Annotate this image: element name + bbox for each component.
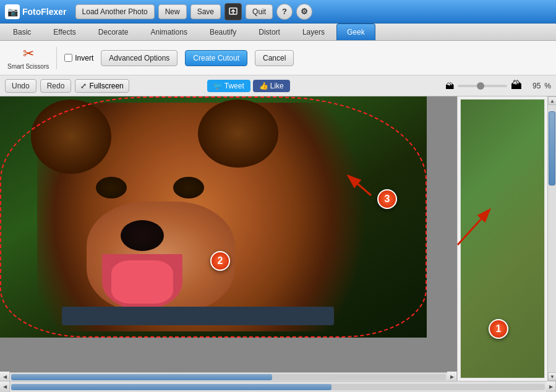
divider [56, 47, 57, 69]
main-area: 2 ◀ ▶ 1 [0, 96, 556, 381]
help-button[interactable]: ? [276, 4, 293, 20]
tweet-icon: 🐦 [213, 82, 223, 90]
settings-button[interactable]: ⚙ [296, 4, 312, 20]
new-button[interactable]: New [158, 4, 187, 19]
scroll-thumb[interactable] [11, 374, 272, 380]
canvas-image: 2 [0, 96, 427, 338]
smart-scissors-tool[interactable]: ✂ Smart Scissors [7, 46, 49, 70]
h-scroll-track[interactable] [11, 384, 545, 390]
tab-geek[interactable]: Geek [336, 23, 375, 40]
scissors-label: Smart Scissors [7, 63, 49, 70]
horizontal-scrollbar[interactable]: ◀ ▶ [0, 372, 457, 381]
scroll-right-button[interactable]: ▶ [447, 372, 457, 381]
scrollbar-track[interactable] [548, 105, 556, 372]
tab-decorate[interactable]: Decorate [88, 23, 139, 40]
action-bar: Undo Redo ⤢ Fullscreen 🐦 Tweet 👍 Like 🏔 … [0, 75, 556, 96]
like-icon: 👍 [259, 82, 268, 90]
tweet-label: Tweet [225, 82, 244, 90]
tab-layers[interactable]: Layers [292, 23, 335, 40]
create-cutout-button[interactable]: Create Cutout [185, 50, 247, 66]
social-area: 🐦 Tweet 👍 Like [207, 80, 290, 92]
tweet-button[interactable]: 🐦 Tweet [207, 80, 250, 92]
invert-input[interactable] [64, 54, 72, 62]
zoom-area: 🏔 🏔 95 % [445, 79, 551, 92]
tab-effects[interactable]: Effects [43, 23, 86, 40]
scroll-track[interactable] [11, 374, 446, 380]
fullscreen-button[interactable]: ⤢ Fullscreen [75, 79, 129, 93]
invert-label: Invert [75, 54, 93, 62]
zoom-value: 95 [526, 82, 541, 90]
scroll-up-button[interactable]: ▲ [548, 96, 556, 105]
zoom-slider[interactable] [458, 85, 507, 87]
scroll-left-button[interactable]: ◀ [0, 372, 10, 381]
load-photo-button[interactable]: Load Another Photo [75, 4, 155, 19]
annotation-badge-3: 3 [377, 189, 397, 209]
like-label: Like [270, 82, 284, 90]
advanced-options-button[interactable]: Advanced Options [101, 50, 177, 66]
scissors-icon: ✂ [23, 46, 34, 62]
h-scroll-right[interactable]: ▶ [546, 381, 556, 393]
right-panel: 1 ▲ ▼ [457, 96, 556, 381]
tab-beautify[interactable]: Beautify [199, 23, 247, 40]
h-scroll-thumb[interactable] [11, 384, 331, 390]
tab-basic[interactable]: Basic [2, 23, 41, 40]
undo-button[interactable]: Undo [5, 79, 36, 93]
canvas-area[interactable]: 2 ◀ ▶ [0, 96, 457, 381]
annotation-badge-2: 2 [210, 251, 230, 271]
top-bar: 📷 FotoFlexer Load Another Photo New Save… [0, 0, 556, 23]
annotation-badge-1: 1 [489, 319, 508, 339]
scrollbar-thumb[interactable] [549, 111, 555, 185]
fullscreen-icon: ⤢ [80, 82, 87, 90]
tool-bar: ✂ Smart Scissors Invert Advanced Options… [0, 41, 556, 75]
zoom-out-icon: 🏔 [445, 81, 454, 91]
bottom-bar: ◀ ▶ [0, 381, 556, 392]
zoom-percent: % [544, 82, 551, 90]
save-button[interactable]: Save [190, 4, 221, 19]
invert-checkbox[interactable]: Invert [64, 54, 93, 62]
redo-button[interactable]: Redo [40, 79, 72, 93]
tab-distort[interactable]: Distort [248, 23, 291, 40]
vertical-scrollbar[interactable]: ▲ ▼ [547, 96, 556, 381]
scroll-down-button[interactable]: ▼ [548, 372, 556, 381]
settings-icon: ⚙ [301, 7, 308, 16]
zoom-in-icon: 🏔 [511, 79, 522, 92]
quit-button[interactable]: Quit [246, 4, 273, 19]
export-button[interactable] [225, 3, 242, 20]
app-title: FotoFlexer [22, 7, 67, 17]
like-button[interactable]: 👍 Like [253, 80, 290, 92]
logo-icon: 📷 [5, 4, 20, 19]
tab-animations[interactable]: Animations [140, 23, 198, 40]
h-scroll-left[interactable]: ◀ [0, 381, 10, 393]
app-logo: 📷 FotoFlexer [5, 4, 67, 19]
fullscreen-label: Fullscreen [89, 82, 123, 90]
cancel-button[interactable]: Cancel [255, 50, 294, 66]
tab-bar: Basic Effects Decorate Animations Beauti… [0, 23, 556, 41]
